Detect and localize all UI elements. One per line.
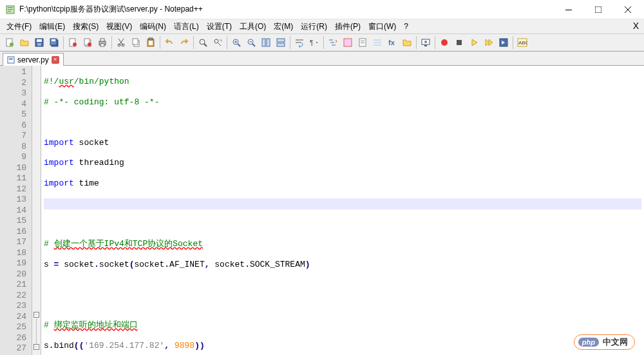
title-bar: F:\python\tcpip服务器协议测试\server.py - Notep… (0, 0, 644, 19)
svg-rect-72 (9, 59, 13, 60)
menu-close-x[interactable]: X (633, 21, 639, 31)
line-number-gutter: 1 2 3 4 5 6 7 8 9 10 11 12 13 14 15 16 1… (0, 66, 32, 355)
menu-language[interactable]: 语言(L) (170, 20, 203, 34)
sync-v-icon[interactable] (259, 35, 273, 50)
svg-point-20 (88, 43, 91, 46)
close-button[interactable] (613, 0, 643, 19)
svg-rect-63 (424, 45, 427, 46)
svg-line-42 (252, 44, 255, 46)
folder-icon[interactable] (400, 35, 414, 50)
svg-rect-60 (374, 44, 381, 46)
menu-encoding[interactable]: 编码(N) (136, 20, 170, 34)
svg-rect-4 (565, 10, 572, 10)
svg-line-34 (204, 44, 207, 46)
code-area[interactable]: #!/usr/bin/python # -*- coding: utf-8 -*… (41, 66, 644, 355)
record-macro-icon[interactable] (437, 35, 451, 50)
new-file-icon[interactable] (3, 35, 17, 50)
svg-rect-54 (344, 39, 352, 46)
showall-icon[interactable]: ¶ (307, 35, 321, 50)
svg-rect-5 (595, 6, 601, 13)
doclist-icon[interactable] (370, 35, 384, 50)
menu-plugins[interactable]: 插件(P) (331, 20, 365, 34)
toolbar: ¶ fx ABC (0, 34, 644, 52)
replace-icon[interactable] (211, 35, 225, 50)
fold-toggle-icon[interactable]: − (33, 344, 39, 350)
menu-tools[interactable]: 工具(O) (236, 20, 270, 34)
menu-search[interactable]: 搜索(S) (69, 20, 102, 34)
file-icon (7, 56, 15, 64)
php-logo-icon: php (578, 338, 599, 347)
svg-rect-57 (361, 43, 365, 43)
close-all-icon[interactable] (80, 35, 95, 50)
menu-settings[interactable]: 设置(T) (203, 20, 236, 34)
find-icon[interactable] (196, 35, 210, 50)
stop-macro-icon[interactable] (452, 35, 466, 50)
save-icon[interactable] (32, 35, 46, 50)
zoom-in-icon[interactable] (229, 35, 243, 50)
maximize-button[interactable] (583, 0, 613, 19)
indent-guide-icon[interactable] (326, 35, 340, 50)
svg-rect-11 (37, 39, 42, 42)
copy-icon[interactable] (129, 35, 143, 50)
menu-edit[interactable]: 编辑(E) (35, 20, 69, 34)
play-macro-icon[interactable] (467, 35, 481, 50)
watermark: php 中文网 (574, 334, 635, 350)
svg-point-17 (73, 43, 77, 46)
play-multi-icon[interactable] (482, 35, 496, 50)
undo-icon[interactable] (162, 35, 176, 50)
svg-rect-31 (149, 41, 153, 45)
userlang-icon[interactable] (341, 35, 355, 50)
close-file-icon[interactable] (66, 35, 80, 50)
window-title: F:\python\tcpip服务器协议测试\server.py - Notep… (19, 4, 554, 15)
svg-rect-32 (149, 38, 153, 40)
svg-point-65 (441, 39, 448, 46)
spellcheck-icon[interactable]: ABC (515, 35, 529, 50)
editor: 1 2 3 4 5 6 7 8 9 10 11 12 13 14 15 16 1… (0, 66, 644, 355)
menu-help[interactable]: ? (400, 21, 412, 32)
svg-rect-46 (277, 43, 285, 46)
svg-rect-12 (37, 43, 41, 46)
svg-point-35 (214, 39, 218, 43)
svg-rect-29 (133, 39, 138, 44)
tab-bar: server.py × (0, 52, 644, 66)
wordwrap-icon[interactable] (292, 35, 307, 50)
window-controls (554, 0, 643, 19)
tab-server-py[interactable]: server.py × (3, 53, 64, 66)
monitor-icon[interactable] (419, 35, 433, 50)
tab-close-icon[interactable]: × (52, 56, 59, 64)
svg-rect-45 (277, 39, 285, 42)
tab-label: server.py (17, 55, 49, 64)
sync-h-icon[interactable] (274, 35, 288, 50)
svg-rect-43 (262, 39, 265, 46)
funclist-icon[interactable]: fx (385, 35, 399, 50)
redo-icon[interactable] (177, 35, 191, 50)
menu-view[interactable]: 视图(V) (102, 20, 136, 34)
open-file-icon[interactable] (17, 35, 32, 50)
save-all-icon[interactable] (47, 35, 61, 50)
docmap-icon[interactable] (355, 35, 370, 50)
print-icon[interactable] (95, 35, 109, 50)
svg-point-9 (10, 43, 14, 46)
menu-bar: 文件(F) 编辑(E) 搜索(S) 视图(V) 编码(N) 语言(L) 设置(T… (0, 19, 644, 34)
svg-rect-3 (8, 11, 11, 12)
fold-gutter: − − (32, 66, 41, 355)
menu-run[interactable]: 运行(R) (297, 20, 331, 34)
menu-macro[interactable]: 宏(M) (270, 20, 297, 34)
zoom-out-icon[interactable] (244, 35, 258, 50)
minimize-button[interactable] (554, 0, 583, 19)
svg-rect-59 (374, 42, 381, 43)
paste-icon[interactable] (144, 35, 158, 50)
svg-rect-23 (100, 44, 104, 46)
fold-toggle-icon[interactable]: − (33, 312, 39, 318)
svg-rect-22 (100, 39, 104, 41)
svg-text:¶: ¶ (310, 39, 313, 46)
svg-rect-15 (52, 39, 55, 41)
save-macro-icon[interactable] (497, 35, 511, 50)
svg-rect-2 (8, 9, 13, 10)
svg-rect-71 (9, 58, 13, 59)
menu-window[interactable]: 窗口(W) (365, 20, 400, 34)
svg-text:ABC: ABC (518, 40, 527, 46)
menu-file[interactable]: 文件(F) (3, 20, 35, 34)
svg-rect-56 (361, 41, 365, 41)
cut-icon[interactable] (114, 35, 128, 50)
